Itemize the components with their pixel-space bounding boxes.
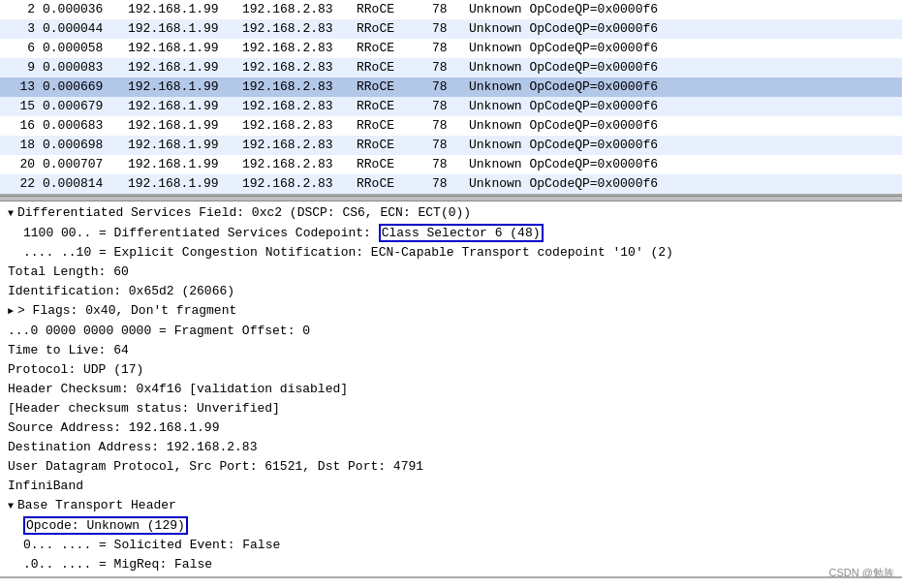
detail-text: Destination Address: 192.168.2.83 — [8, 440, 257, 454]
col-proto: RRoCE — [357, 175, 424, 193]
col-proto: RRoCE — [357, 1, 424, 18]
col-time: 0.000683 — [43, 117, 120, 135]
col-info: Unknown OpCodeQP=0x0000f6 — [469, 156, 896, 173]
col-no: 6 — [6, 40, 35, 57]
col-time: 0.000707 — [43, 156, 120, 173]
col-no: 16 — [6, 117, 35, 135]
col-info: Unknown OpCodeQP=0x0000f6 — [469, 175, 896, 193]
col-dst: 192.168.2.83 — [242, 59, 349, 77]
col-src: 192.168.1.99 — [128, 156, 234, 173]
col-proto: RRoCE — [357, 137, 424, 154]
col-len: 78 — [432, 98, 461, 115]
detail-text: ...0 0000 0000 0000 = Fragment Offset: 0 — [8, 324, 310, 338]
packet-row[interactable]: 16 0.000683 192.168.1.99 192.168.2.83 RR… — [0, 116, 902, 136]
col-time: 0.000036 — [43, 1, 120, 18]
col-no: 22 — [6, 175, 35, 193]
detail-text: Header Checksum: 0x4f16 [validation disa… — [8, 382, 348, 396]
col-no: 9 — [6, 59, 35, 77]
detail-text: Identification: 0x65d2 (26066) — [8, 284, 234, 298]
col-proto: RRoCE — [357, 59, 424, 77]
detail-row[interactable]: ►> Flags: 0x40, Don't fragment — [0, 301, 902, 322]
packet-row[interactable]: 9 0.000083 192.168.1.99 192.168.2.83 RRo… — [0, 58, 902, 77]
detail-row: Time to Live: 64 — [0, 341, 902, 360]
col-no: 2 — [6, 1, 35, 18]
detail-row: ...0 0000 0000 0000 = Fragment Offset: 0 — [0, 322, 902, 341]
col-dst: 192.168.2.83 — [242, 137, 349, 154]
col-no: 15 — [6, 98, 35, 115]
col-time: 0.000044 — [43, 20, 120, 38]
detail-row[interactable]: ▼Base Transport Header — [0, 496, 902, 516]
detail-text: Base Transport Header — [17, 498, 176, 512]
detail-row: Source Address: 192.168.1.99 — [0, 418, 902, 438]
col-len: 78 — [432, 1, 461, 18]
col-info: Unknown OpCodeQP=0x0000f6 — [469, 20, 896, 38]
detail-text: 1100 00.. = Differentiated Services Code… — [23, 226, 379, 240]
col-len: 78 — [432, 40, 461, 57]
detail-row: 1100 00.. = Differentiated Services Code… — [0, 224, 902, 243]
detail-text: .... ..10 = Explicit Congestion Notifica… — [23, 245, 673, 260]
col-dst: 192.168.2.83 — [242, 1, 349, 18]
col-info: Unknown OpCodeQP=0x0000f6 — [469, 40, 896, 57]
col-no: 20 — [6, 156, 35, 173]
col-len: 78 — [432, 175, 461, 193]
col-dst: 192.168.2.83 — [242, 98, 349, 115]
packet-row[interactable]: 18 0.000698 192.168.1.99 192.168.2.83 RR… — [0, 136, 902, 155]
col-dst: 192.168.2.83 — [242, 20, 349, 38]
col-len: 78 — [432, 78, 461, 96]
highlight-text: Opcode: Unknown (129) — [23, 516, 188, 535]
packet-row[interactable]: 2 0.000036 192.168.1.99 192.168.2.83 RRo… — [0, 0, 902, 19]
col-proto: RRoCE — [357, 156, 424, 173]
col-info: Unknown OpCodeQP=0x0000f6 — [469, 117, 896, 135]
detail-row[interactable]: ▼Differentiated Services Field: 0xc2 (DS… — [0, 203, 902, 224]
detail-row: .0.. .... = MigReq: False — [0, 555, 902, 574]
detail-text: Total Length: 60 — [8, 264, 129, 279]
col-proto: RRoCE — [357, 117, 424, 135]
detail-text: InfiniBand — [8, 479, 83, 493]
col-src: 192.168.1.99 — [128, 175, 234, 193]
col-src: 192.168.1.99 — [128, 40, 234, 57]
col-dst: 192.168.2.83 — [242, 78, 349, 96]
detail-text: .0.. .... = MigReq: False — [23, 557, 212, 572]
col-proto: RRoCE — [357, 98, 424, 115]
col-len: 78 — [432, 137, 461, 154]
col-no: 3 — [6, 20, 35, 38]
packet-row[interactable]: 15 0.000679 192.168.1.99 192.168.2.83 RR… — [0, 97, 902, 116]
packet-row[interactable]: 22 0.000814 192.168.1.99 192.168.2.83 RR… — [0, 174, 902, 194]
col-len: 78 — [432, 117, 461, 135]
col-src: 192.168.1.99 — [128, 78, 234, 96]
detail-text: [Header checksum status: Unverified] — [8, 401, 280, 416]
col-src: 192.168.1.99 — [128, 98, 234, 115]
packet-row[interactable]: 20 0.000707 192.168.1.99 192.168.2.83 RR… — [0, 155, 902, 174]
packet-row[interactable]: 3 0.000044 192.168.1.99 192.168.2.83 RRo… — [0, 19, 902, 39]
col-time: 0.000698 — [43, 137, 120, 154]
detail-row: [Header checksum status: Unverified] — [0, 399, 902, 418]
highlight-text: Class Selector 6 (48) — [379, 224, 544, 242]
col-info: Unknown OpCodeQP=0x0000f6 — [469, 1, 896, 18]
col-src: 192.168.1.99 — [128, 1, 234, 18]
detail-row: InfiniBand — [0, 477, 902, 496]
col-len: 78 — [432, 59, 461, 77]
packet-row[interactable]: 6 0.000058 192.168.1.99 192.168.2.83 RRo… — [0, 39, 902, 58]
detail-text: Source Address: 192.168.1.99 — [8, 420, 219, 435]
col-dst: 192.168.2.83 — [242, 40, 349, 57]
detail-row: .... ..10 = Explicit Congestion Notifica… — [0, 243, 902, 263]
detail-row: Opcode: Unknown (129) — [0, 516, 902, 536]
packet-row[interactable]: 13 0.000669 192.168.1.99 192.168.2.83 RR… — [0, 77, 902, 97]
col-no: 13 — [6, 78, 35, 96]
col-src: 192.168.1.99 — [128, 137, 234, 154]
detail-panel: ▼Differentiated Services Field: 0xc2 (DS… — [0, 201, 902, 578]
detail-text: Protocol: UDP (17) — [8, 362, 143, 377]
detail-row: Identification: 0x65d2 (26066) — [0, 282, 902, 301]
col-len: 78 — [432, 20, 461, 38]
col-dst: 192.168.2.83 — [242, 156, 349, 173]
detail-row: 0... .... = Solicited Event: False — [0, 536, 902, 555]
col-time: 0.000083 — [43, 59, 120, 77]
col-info: Unknown OpCodeQP=0x0000f6 — [469, 59, 896, 77]
detail-row: Header Checksum: 0x4f16 [validation disa… — [0, 380, 902, 399]
col-time: 0.000679 — [43, 98, 120, 115]
detail-text: Differentiated Services Field: 0xc2 (DSC… — [17, 205, 471, 220]
detail-row: Destination Address: 192.168.2.83 — [0, 438, 902, 457]
col-dst: 192.168.2.83 — [242, 175, 349, 193]
detail-row: Protocol: UDP (17) — [0, 360, 902, 380]
col-time: 0.000058 — [43, 40, 120, 57]
